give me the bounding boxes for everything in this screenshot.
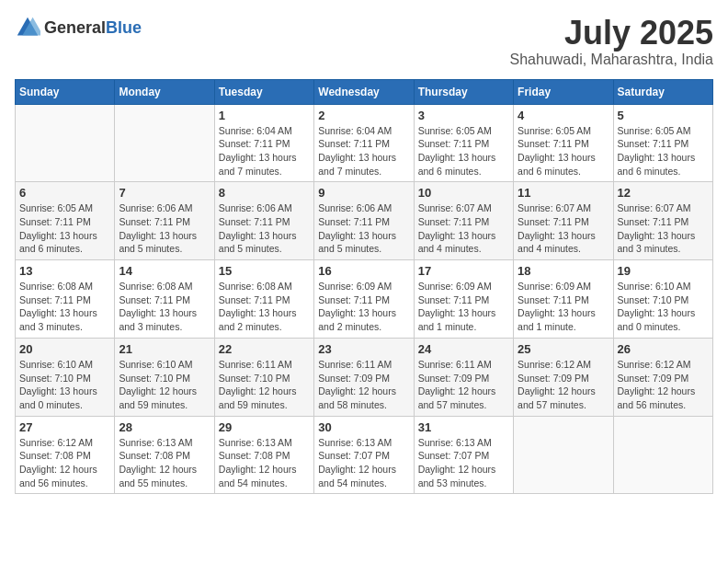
day-info: Sunrise: 6:09 AM Sunset: 7:11 PM Dayligh…: [418, 280, 509, 334]
calendar-week-row: 6Sunrise: 6:05 AM Sunset: 7:11 PM Daylig…: [16, 182, 713, 260]
calendar-week-row: 1Sunrise: 6:04 AM Sunset: 7:11 PM Daylig…: [16, 104, 713, 182]
day-info: Sunrise: 6:06 AM Sunset: 7:11 PM Dayligh…: [318, 201, 409, 256]
calendar-cell: 26Sunrise: 6:12 AM Sunset: 7:09 PM Dayli…: [613, 338, 712, 416]
day-header-friday: Friday: [514, 79, 613, 104]
day-info: Sunrise: 6:13 AM Sunset: 7:07 PM Dayligh…: [318, 436, 409, 490]
day-number: 5: [618, 109, 709, 122]
day-header-monday: Monday: [115, 79, 214, 104]
day-number: 4: [518, 109, 609, 122]
day-info: Sunrise: 6:08 AM Sunset: 7:11 PM Dayligh…: [119, 280, 210, 334]
day-info: Sunrise: 6:06 AM Sunset: 7:11 PM Dayligh…: [119, 201, 210, 256]
day-info: Sunrise: 6:13 AM Sunset: 7:07 PM Dayligh…: [418, 436, 509, 490]
day-number: 6: [19, 186, 110, 200]
day-header-thursday: Thursday: [414, 79, 513, 104]
day-number: 17: [418, 264, 509, 278]
day-number: 24: [418, 342, 509, 356]
calendar-cell: 4Sunrise: 6:05 AM Sunset: 7:11 PM Daylig…: [514, 104, 613, 182]
day-info: Sunrise: 6:05 AM Sunset: 7:11 PM Dayligh…: [518, 124, 609, 178]
day-info: Sunrise: 6:11 AM Sunset: 7:09 PM Dayligh…: [418, 358, 509, 412]
day-number: 27: [19, 420, 110, 434]
day-number: 25: [518, 342, 609, 356]
calendar-subtitle: Shahuwadi, Maharashtra, India: [510, 52, 713, 68]
day-number: 22: [219, 342, 310, 356]
calendar-cell: 18Sunrise: 6:09 AM Sunset: 7:11 PM Dayli…: [514, 260, 613, 339]
day-number: 10: [418, 186, 509, 200]
calendar-cell: 7Sunrise: 6:06 AM Sunset: 7:11 PM Daylig…: [115, 182, 214, 260]
calendar-header: SundayMondayTuesdayWednesdayThursdayFrid…: [16, 79, 713, 104]
day-info: Sunrise: 6:04 AM Sunset: 7:11 PM Dayligh…: [219, 124, 310, 178]
calendar-cell: 15Sunrise: 6:08 AM Sunset: 7:11 PM Dayli…: [214, 260, 313, 339]
day-number: 12: [618, 186, 709, 200]
calendar-cell: 12Sunrise: 6:07 AM Sunset: 7:11 PM Dayli…: [613, 182, 712, 260]
day-info: Sunrise: 6:04 AM Sunset: 7:11 PM Dayligh…: [318, 124, 409, 178]
day-info: Sunrise: 6:13 AM Sunset: 7:08 PM Dayligh…: [219, 436, 310, 490]
calendar-cell: 20Sunrise: 6:10 AM Sunset: 7:10 PM Dayli…: [16, 338, 115, 416]
day-number: 9: [318, 186, 409, 200]
day-info: Sunrise: 6:10 AM Sunset: 7:10 PM Dayligh…: [618, 280, 709, 334]
calendar-cell: 19Sunrise: 6:10 AM Sunset: 7:10 PM Dayli…: [613, 260, 712, 339]
logo-icon: [15, 15, 40, 40]
day-info: Sunrise: 6:11 AM Sunset: 7:09 PM Dayligh…: [318, 358, 409, 412]
day-number: 19: [618, 264, 709, 278]
calendar-cell: 1Sunrise: 6:04 AM Sunset: 7:11 PM Daylig…: [214, 104, 313, 182]
day-info: Sunrise: 6:06 AM Sunset: 7:11 PM Dayligh…: [219, 201, 310, 256]
calendar-table: SundayMondayTuesdayWednesdayThursdayFrid…: [15, 79, 713, 495]
day-info: Sunrise: 6:12 AM Sunset: 7:09 PM Dayligh…: [518, 358, 609, 412]
day-info: Sunrise: 6:08 AM Sunset: 7:11 PM Dayligh…: [219, 280, 310, 334]
day-number: 30: [318, 420, 409, 434]
day-number: 13: [19, 264, 110, 278]
calendar-cell: 14Sunrise: 6:08 AM Sunset: 7:11 PM Dayli…: [115, 260, 214, 339]
day-number: 11: [518, 186, 609, 200]
day-number: 15: [219, 264, 310, 278]
calendar-title: July 2025: [510, 15, 713, 52]
calendar-cell: 23Sunrise: 6:11 AM Sunset: 7:09 PM Dayli…: [314, 338, 414, 416]
calendar-cell: 9Sunrise: 6:06 AM Sunset: 7:11 PM Daylig…: [314, 182, 414, 260]
day-number: 2: [318, 109, 409, 122]
calendar-cell: 24Sunrise: 6:11 AM Sunset: 7:09 PM Dayli…: [414, 338, 513, 416]
day-number: 28: [119, 420, 210, 434]
logo: GeneralBlue: [15, 15, 142, 40]
calendar-cell: 5Sunrise: 6:05 AM Sunset: 7:11 PM Daylig…: [613, 104, 712, 182]
day-header-sunday: Sunday: [16, 79, 115, 104]
day-number: 26: [618, 342, 709, 356]
day-header-wednesday: Wednesday: [314, 79, 414, 104]
day-info: Sunrise: 6:05 AM Sunset: 7:11 PM Dayligh…: [418, 124, 509, 178]
calendar-cell: 29Sunrise: 6:13 AM Sunset: 7:08 PM Dayli…: [214, 416, 313, 494]
day-number: 16: [318, 264, 409, 278]
day-number: 8: [219, 186, 310, 200]
day-number: 31: [418, 420, 509, 434]
calendar-week-row: 20Sunrise: 6:10 AM Sunset: 7:10 PM Dayli…: [16, 338, 713, 416]
day-number: 18: [518, 264, 609, 278]
day-number: 20: [19, 342, 110, 356]
day-info: Sunrise: 6:07 AM Sunset: 7:11 PM Dayligh…: [618, 201, 709, 256]
calendar-cell: [16, 104, 115, 182]
day-info: Sunrise: 6:07 AM Sunset: 7:11 PM Dayligh…: [418, 201, 509, 256]
calendar-cell: 3Sunrise: 6:05 AM Sunset: 7:11 PM Daylig…: [414, 104, 513, 182]
title-area: July 2025 Shahuwadi, Maharashtra, India: [510, 15, 713, 68]
calendar-cell: 16Sunrise: 6:09 AM Sunset: 7:11 PM Dayli…: [314, 260, 414, 339]
day-header-tuesday: Tuesday: [214, 79, 313, 104]
day-number: 23: [318, 342, 409, 356]
day-info: Sunrise: 6:12 AM Sunset: 7:08 PM Dayligh…: [19, 436, 110, 490]
day-number: 21: [119, 342, 210, 356]
day-number: 29: [219, 420, 310, 434]
calendar-cell: 28Sunrise: 6:13 AM Sunset: 7:08 PM Dayli…: [115, 416, 214, 494]
day-info: Sunrise: 6:09 AM Sunset: 7:11 PM Dayligh…: [518, 280, 609, 334]
calendar-cell: 25Sunrise: 6:12 AM Sunset: 7:09 PM Dayli…: [514, 338, 613, 416]
calendar-week-row: 13Sunrise: 6:08 AM Sunset: 7:11 PM Dayli…: [16, 260, 713, 339]
calendar-cell: 21Sunrise: 6:10 AM Sunset: 7:10 PM Dayli…: [115, 338, 214, 416]
logo-text-general: General: [44, 18, 106, 37]
day-number: 14: [119, 264, 210, 278]
day-info: Sunrise: 6:12 AM Sunset: 7:09 PM Dayligh…: [618, 358, 709, 412]
day-info: Sunrise: 6:13 AM Sunset: 7:08 PM Dayligh…: [119, 436, 210, 490]
calendar-cell: 22Sunrise: 6:11 AM Sunset: 7:10 PM Dayli…: [214, 338, 313, 416]
day-number: 3: [418, 109, 509, 122]
calendar-cell: 10Sunrise: 6:07 AM Sunset: 7:11 PM Dayli…: [414, 182, 513, 260]
calendar-cell: 8Sunrise: 6:06 AM Sunset: 7:11 PM Daylig…: [214, 182, 313, 260]
day-info: Sunrise: 6:09 AM Sunset: 7:11 PM Dayligh…: [318, 280, 409, 334]
calendar-week-row: 27Sunrise: 6:12 AM Sunset: 7:08 PM Dayli…: [16, 416, 713, 494]
day-info: Sunrise: 6:10 AM Sunset: 7:10 PM Dayligh…: [19, 358, 110, 412]
header: GeneralBlue July 2025 Shahuwadi, Maharas…: [15, 15, 713, 68]
calendar-cell: 17Sunrise: 6:09 AM Sunset: 7:11 PM Dayli…: [414, 260, 513, 339]
calendar-cell: 27Sunrise: 6:12 AM Sunset: 7:08 PM Dayli…: [16, 416, 115, 494]
